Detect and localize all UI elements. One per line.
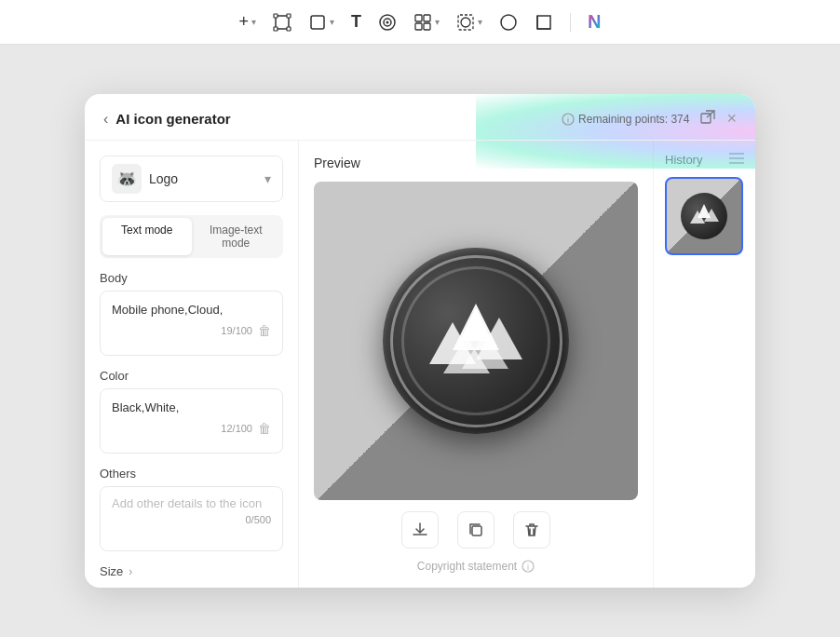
size-arrow-icon: › <box>129 565 132 578</box>
others-placeholder: Add other details to the icon <box>112 496 271 510</box>
copyright-info-icon: i <box>522 560 535 573</box>
close-button[interactable]: × <box>726 109 737 129</box>
preview-actions <box>314 511 638 549</box>
download-button[interactable] <box>401 511 439 549</box>
body-delete-icon[interactable]: 🗑 <box>258 323 271 338</box>
body-label: Body <box>100 271 283 285</box>
left-panel: 🦝 Logo ▾ Text mode Image-text mode Body … <box>85 141 299 588</box>
delete-button[interactable] <box>513 511 550 549</box>
brand-logo: N <box>588 11 601 33</box>
others-textarea-wrapper[interactable]: Add other details to the icon 0/500 <box>100 486 283 551</box>
preview-icon <box>383 248 569 434</box>
popout-button[interactable] <box>700 110 715 129</box>
toolbar: + ▾ ▾ T ▾ ▾ N <box>0 0 840 45</box>
main-area: ‹ AI icon generator i Remaining points: … <box>0 45 840 637</box>
size-label: Size <box>100 564 123 578</box>
others-char-count: 0/500 <box>245 514 271 525</box>
svg-rect-4 <box>287 27 291 31</box>
svg-rect-12 <box>424 23 430 30</box>
history-header: History <box>665 152 744 168</box>
center-panel: Preview <box>299 141 653 588</box>
color-text: Black,White, <box>112 399 271 417</box>
history-thumb-inner <box>681 193 727 239</box>
logo-avatar: 🦝 <box>112 164 142 194</box>
copy-button[interactable] <box>457 511 495 549</box>
circle-tool[interactable] <box>499 13 518 32</box>
others-field-section: Others Add other details to the icon 0/5… <box>100 467 283 551</box>
mask-tool[interactable]: ▾ <box>456 13 482 32</box>
crop-tool[interactable] <box>535 13 553 32</box>
frame-tool[interactable] <box>273 13 291 32</box>
shape-tool[interactable]: ▾ <box>308 13 334 32</box>
others-label: Others <box>100 467 283 481</box>
svg-point-8 <box>386 20 389 23</box>
color-field-section: Color Black,White, 12/100 🗑 <box>100 369 283 454</box>
dialog-header: ‹ AI icon generator i Remaining points: … <box>85 94 755 141</box>
logo-label: Logo <box>149 171 178 186</box>
preview-label: Preview <box>314 156 638 170</box>
text-mode-tab[interactable]: Text mode <box>102 218 192 255</box>
dialog-title: AI icon generator <box>115 111 230 127</box>
logo-dropdown-icon: ▾ <box>264 171 271 186</box>
add-tool[interactable]: + ▾ <box>239 12 257 32</box>
color-delete-icon[interactable]: 🗑 <box>258 421 271 436</box>
svg-rect-1 <box>274 14 278 18</box>
ai-icon-generator-dialog: ‹ AI icon generator i Remaining points: … <box>85 94 755 588</box>
svg-marker-28 <box>460 308 492 341</box>
target-tool[interactable] <box>378 13 397 32</box>
copyright-row[interactable]: Copyright statement i <box>314 560 638 573</box>
svg-rect-10 <box>424 15 430 21</box>
body-textarea-wrapper[interactable]: Mobile phone,Cloud, 19/100 🗑 <box>100 291 283 356</box>
body-field-section: Body Mobile phone,Cloud, 19/100 🗑 <box>100 271 283 356</box>
mode-tabs: Text mode Image-text mode <box>100 215 283 258</box>
text-tool[interactable]: T <box>351 12 361 32</box>
svg-rect-3 <box>274 27 278 31</box>
back-button[interactable]: ‹ <box>103 111 108 128</box>
color-textarea-wrapper[interactable]: Black,White, 12/100 🗑 <box>100 388 283 454</box>
svg-rect-9 <box>415 15 422 21</box>
component-tool[interactable]: ▾ <box>413 13 440 32</box>
svg-rect-29 <box>472 526 481 535</box>
svg-point-15 <box>501 15 516 30</box>
svg-rect-5 <box>311 16 324 29</box>
history-label: History <box>665 153 702 167</box>
logo-selector[interactable]: 🦝 Logo ▾ <box>100 156 283 202</box>
history-thumb-item[interactable] <box>665 177 743 255</box>
svg-rect-16 <box>537 16 550 29</box>
body-text: Mobile phone,Cloud, <box>112 301 271 319</box>
svg-text:i: i <box>567 115 569 125</box>
right-panel: History <box>653 141 755 588</box>
dialog-body: 🦝 Logo ▾ Text mode Image-text mode Body … <box>85 141 755 588</box>
preview-image-area <box>314 182 638 500</box>
color-label: Color <box>100 369 283 383</box>
size-row[interactable]: Size › <box>100 564 283 578</box>
history-list-icon[interactable] <box>729 152 744 168</box>
svg-point-14 <box>461 18 470 27</box>
svg-rect-11 <box>415 23 422 30</box>
svg-rect-2 <box>287 14 291 18</box>
copyright-label: Copyright statement <box>417 560 517 573</box>
body-char-count: 19/100 <box>221 325 252 336</box>
toolbar-divider <box>570 13 571 32</box>
remaining-points: i Remaining points: 374 <box>562 113 689 126</box>
svg-text:i: i <box>527 562 529 572</box>
mountain-svg <box>425 294 527 387</box>
image-text-mode-tab[interactable]: Image-text mode <box>192 218 281 255</box>
color-char-count: 12/100 <box>221 423 252 434</box>
